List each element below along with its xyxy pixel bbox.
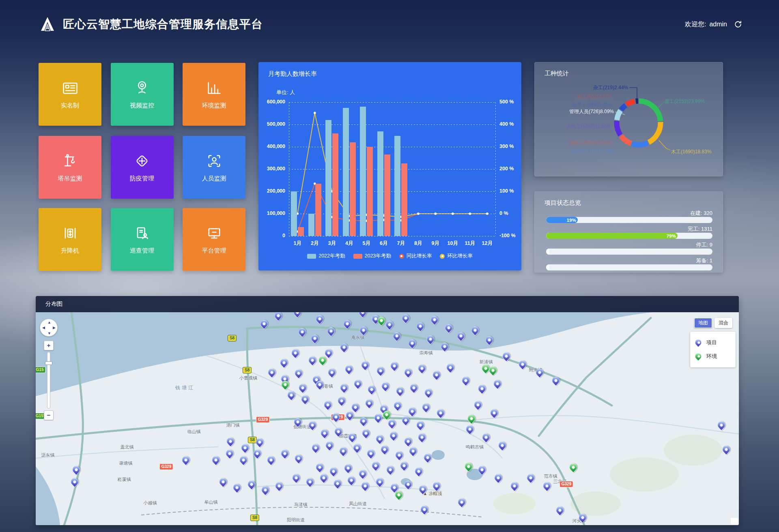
map-pin-project[interactable] <box>309 421 316 429</box>
map-pin-project[interactable] <box>292 349 299 357</box>
map-pin-project[interactable] <box>388 420 396 427</box>
map-pin-project[interactable] <box>362 361 369 369</box>
map-pin-project[interactable] <box>478 466 486 474</box>
map-pin-project[interactable] <box>262 486 269 494</box>
map-pin-project[interactable] <box>344 464 352 472</box>
map-pin-project[interactable] <box>301 395 309 403</box>
map-pin-project[interactable] <box>354 380 362 388</box>
map-pan-control[interactable]: ▲ ▼ ◀ ▶ <box>40 319 58 337</box>
zoom-in-button[interactable]: + <box>44 341 54 350</box>
tile-envbar[interactable]: 环境监测 <box>183 63 245 126</box>
map-pin-project[interactable] <box>466 425 474 433</box>
map-pin-project[interactable] <box>212 456 220 464</box>
tile-idcard[interactable]: 实名制 <box>39 63 101 126</box>
pan-down-icon[interactable]: ▼ <box>47 331 51 335</box>
map-pin-project[interactable] <box>527 474 535 482</box>
tile-crane[interactable]: 塔吊监测 <box>39 136 101 199</box>
map-pin-project[interactable] <box>324 401 332 409</box>
tile-elevator[interactable]: 升降机 <box>39 208 101 271</box>
map-pin-project[interactable] <box>418 433 426 441</box>
map-pin-project[interactable] <box>552 377 560 384</box>
map-pin-project[interactable] <box>387 466 394 474</box>
map-pin-project[interactable] <box>382 382 390 390</box>
tile-monitor[interactable]: 平台管理 <box>183 208 245 271</box>
map-pin-project[interactable] <box>280 359 288 367</box>
map-pin-project[interactable] <box>543 482 551 490</box>
map-pin-project[interactable] <box>360 417 368 425</box>
map-pin-project[interactable] <box>391 362 398 370</box>
map-pin-project[interactable] <box>360 326 368 334</box>
map-pin-environment[interactable] <box>465 463 473 470</box>
map-pin-project[interactable] <box>447 364 454 371</box>
map-pin-project[interactable] <box>458 498 466 506</box>
map-pin-project[interactable] <box>433 371 441 379</box>
map-pin-project[interactable] <box>386 321 394 328</box>
map-pin-project[interactable] <box>345 365 353 373</box>
map-pin-project[interactable] <box>723 446 730 453</box>
map-pin-environment[interactable] <box>482 365 490 372</box>
map-pin-project[interactable] <box>71 478 79 486</box>
map-pin-project[interactable] <box>295 369 303 377</box>
map-pin-project[interactable] <box>366 399 373 407</box>
legend-item[interactable]: 2022年考勤 <box>307 253 345 260</box>
map-pin-project[interactable] <box>359 470 367 478</box>
map-pin-project[interactable] <box>327 327 335 335</box>
map-pin-project[interactable] <box>340 447 347 455</box>
map-pin-project[interactable] <box>309 356 316 364</box>
map-pin-project[interactable] <box>491 409 498 417</box>
map-pin-project[interactable] <box>405 438 412 445</box>
map-pin-project[interactable] <box>320 474 328 482</box>
map-pin-project[interactable] <box>474 401 482 409</box>
map-pin-project[interactable] <box>338 397 346 405</box>
pan-right-icon[interactable]: ▶ <box>53 326 56 330</box>
map-pin-project[interactable] <box>334 480 342 487</box>
map-pin-project[interactable] <box>353 444 361 452</box>
map-pin-project[interactable] <box>457 332 465 340</box>
map-pin-project[interactable] <box>536 369 544 376</box>
pan-left-icon[interactable]: ◀ <box>42 326 45 330</box>
map-pin-project[interactable] <box>293 474 300 482</box>
map-pin-project[interactable] <box>421 506 428 513</box>
map-pin-project[interactable] <box>346 412 354 419</box>
map-pin-project[interactable] <box>482 433 490 441</box>
map-pin-project[interactable] <box>349 433 356 441</box>
map-pin-project[interactable] <box>396 451 403 459</box>
map-pin-project[interactable] <box>352 403 359 411</box>
map-canvas[interactable]: 庵东镇崇寿镇新浦镇附海镇小曹娥镇周巷镇低塘街道朗霞街道泗门镇临山镇马渚镇牟山镇凤… <box>36 312 739 525</box>
map-pin-project[interactable] <box>240 456 247 464</box>
map-pin-project[interactable] <box>433 482 441 490</box>
tile-shieldcross[interactable]: 防疫管理 <box>111 136 174 199</box>
map-pin-environment[interactable] <box>489 367 497 374</box>
map-pin-project[interactable] <box>431 316 439 324</box>
map-pin-project[interactable] <box>362 429 370 437</box>
map-pin-project[interactable] <box>427 335 435 343</box>
map-pin-project[interactable] <box>256 438 264 446</box>
legend-item[interactable]: 环比增长率 <box>440 253 473 260</box>
map-pin-project[interactable] <box>377 367 385 375</box>
map-pin-project[interactable] <box>340 384 348 392</box>
map-pin-environment[interactable] <box>319 356 327 364</box>
map-pin-environment[interactable] <box>378 317 385 324</box>
map-type-button-混合[interactable]: 混合 <box>714 318 732 328</box>
map-pin-project[interactable] <box>393 332 401 340</box>
map-pin-project[interactable] <box>400 462 408 470</box>
map-pin-project[interactable] <box>226 450 234 457</box>
map-pin-project[interactable] <box>419 485 427 493</box>
map-pin-project[interactable] <box>267 456 275 464</box>
map-pin-project[interactable] <box>374 414 382 422</box>
map-pin-project[interactable] <box>437 409 445 417</box>
map-pin-project[interactable] <box>381 446 389 453</box>
map-pin-project[interactable] <box>462 377 470 384</box>
map-pin-project[interactable] <box>519 360 527 368</box>
map-pin-project[interactable] <box>241 444 249 452</box>
map-pin-project[interactable] <box>376 435 384 443</box>
map-pin-environment[interactable] <box>468 415 476 423</box>
map-pin-environment[interactable] <box>282 381 289 388</box>
map-pin-project[interactable] <box>288 391 295 399</box>
map-pin-project[interactable] <box>718 421 725 429</box>
map-pin-project[interactable] <box>409 339 416 347</box>
map-pin-project[interactable] <box>372 462 380 470</box>
map-pin-project[interactable] <box>359 312 367 316</box>
map-pin-project[interactable] <box>368 386 376 393</box>
map-pin-project[interactable] <box>275 482 283 490</box>
